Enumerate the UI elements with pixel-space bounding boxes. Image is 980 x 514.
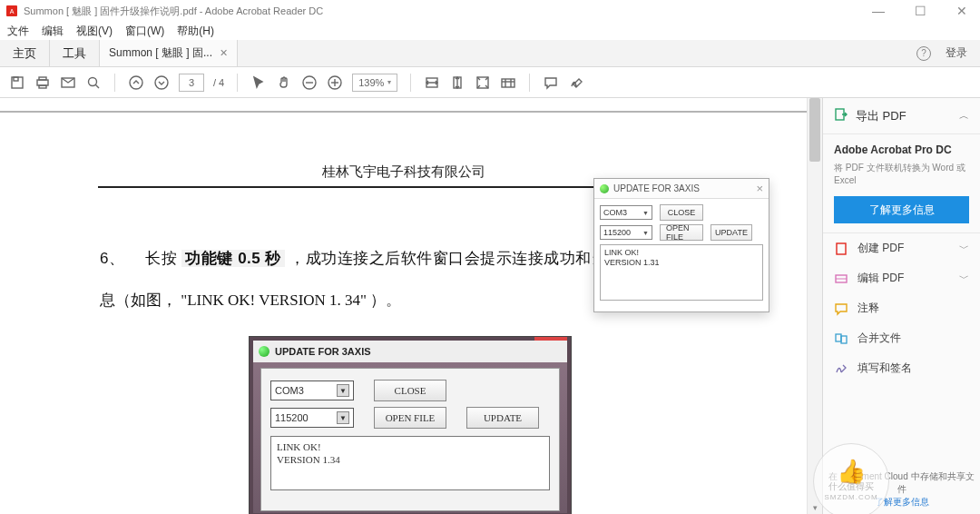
menu-view[interactable]: 视图(V) [76,24,113,39]
menu-window[interactable]: 窗口(W) [125,24,164,39]
menu-file[interactable]: 文件 [7,24,29,39]
fill-sign-item[interactable]: 填写和签名 [823,353,980,383]
minimize-button[interactable]: — [866,4,891,18]
window-title: Summon [ 魅眼 ] 固件升级操作说明.pdf - Adobe Acrob… [24,5,323,18]
pdf-icon: A [5,5,18,17]
svg-rect-28 [836,334,841,341]
pro-title: Adobe Acrobat Pro DC [834,143,969,156]
create-pdf-icon [834,242,848,256]
comment-icon[interactable] [543,74,559,91]
embedded-close-button: CLOSE [374,380,446,401]
tools-panel: 导出 PDF ︿ Adobe Acrobat Pro DC 将 PDF 文件联机… [822,98,980,514]
page-up-icon[interactable] [128,74,144,91]
embedded-com-select: COM3▼ [270,381,354,400]
document-viewport[interactable]: 桂林飞宇电子科技有限公司 6、 长按 功能键 0.5 秒 ，成功连接之后软件窗口… [0,98,807,514]
menu-edit[interactable]: 编辑 [42,24,64,39]
maximize-button[interactable]: ☐ [907,4,933,18]
com-port-select[interactable]: COM3▼ [600,205,652,220]
doc-line-2: 息（如图， "LINK OK! VERSION 1. 34" ）。 [100,290,401,311]
svg-rect-20 [502,79,514,87]
close-button[interactable]: CLOSE [660,204,703,221]
sign-tool-icon [834,361,848,376]
svg-rect-3 [14,77,18,81]
edit-pdf-item[interactable]: 编辑 PDF﹀ [823,263,980,293]
tab-document-label: Summon [ 魅眼 ] 固... [109,45,212,61]
app-icon [259,346,270,357]
window-titlebar: A Summon [ 魅眼 ] 固件升级操作说明.pdf - Adobe Acr… [0,0,980,22]
log-output: LINK OK! VERSION 1.31 [600,244,763,301]
edit-pdf-icon [834,272,848,286]
baud-rate-select[interactable]: 115200▼ [600,225,652,240]
export-pdf-icon [834,107,848,124]
cloud-footer: 在 Document Cloud 中存储和共享文件 了解更多信息 [823,465,980,514]
pro-subtitle: 将 PDF 文件联机转换为 Word 或 Excel [834,162,969,187]
sign-icon[interactable] [568,74,584,91]
svg-rect-6 [39,85,46,88]
login-link[interactable]: 登录 [946,45,967,61]
scroll-down-icon[interactable]: ▾ [808,503,822,512]
open-file-button[interactable]: OPEN FILE [660,224,703,241]
update-button[interactable]: UPDATE [710,224,752,241]
merge-icon [834,331,848,346]
embedded-title: UPDATE FOR 3AXIS [275,346,371,357]
svg-text:A: A [10,8,15,15]
fullscreen-icon[interactable] [475,74,491,91]
help-icon[interactable]: ? [916,46,931,61]
tabs-row: 主页 工具 Summon [ 魅眼 ] 固... ✕ ? 登录 [0,40,980,67]
page-total-label: / 4 [213,77,224,88]
embedded-screenshot: UPDATE FOR 3AXIS COM3▼ CLOSE 115200▼ OPE… [249,336,572,514]
embedded-log: LINK OK! VERSION 1.34 [270,436,550,490]
svg-rect-5 [39,77,46,80]
update-dialog[interactable]: UPDATE FOR 3AXIS × COM3▼ CLOSE 115200▼ O… [593,178,769,312]
search-icon[interactable] [85,74,102,91]
fit-page-icon[interactable] [449,74,466,91]
tab-close-icon[interactable]: ✕ [220,47,228,59]
zoom-out-icon[interactable] [301,74,318,91]
dialog-title: UPDATE FOR 3AXIS [613,183,700,193]
create-pdf-item[interactable]: 创建 PDF﹀ [823,233,980,263]
vertical-scrollbar[interactable]: ▴ ▾ [807,98,822,514]
chevron-up-icon: ︿ [959,109,969,123]
page-number-input[interactable]: 3 [179,74,204,92]
scroll-thumb[interactable] [809,98,820,162]
comment-tool-icon [834,301,848,316]
svg-line-9 [95,84,99,88]
embedded-titlebar: UPDATE FOR 3AXIS [253,341,567,362]
close-window-button[interactable]: ✕ [949,4,975,18]
page-down-icon[interactable] [153,74,170,91]
export-pdf-label: 导出 PDF [856,108,906,124]
menubar: 文件 编辑 视图(V) 窗口(W) 帮助(H) [0,22,980,40]
fit-width-icon[interactable] [424,74,440,91]
export-pdf-header[interactable]: 导出 PDF ︿ [834,107,969,124]
embedded-baud-select: 115200▼ [270,408,354,428]
chevron-down-icon: ﹀ [959,272,969,285]
hand-icon[interactable] [276,74,292,91]
tab-home[interactable]: 主页 [0,40,50,66]
zoom-in-icon[interactable] [327,74,343,91]
comment-item[interactable]: 注释 [823,293,980,323]
embedded-update-button: UPDATE [466,407,539,429]
tab-tools[interactable]: 工具 [50,40,100,66]
pointer-icon[interactable] [250,74,267,91]
save-icon[interactable] [9,74,25,91]
embedded-openfile-button: OPEN FILE [374,407,446,429]
menu-help[interactable]: 帮助(H) [177,24,214,39]
dialog-close-icon[interactable]: × [756,182,763,195]
dialog-header[interactable]: UPDATE FOR 3AXIS × [594,179,769,199]
mail-icon[interactable] [60,74,76,91]
svg-rect-4 [37,80,48,85]
svg-rect-29 [841,336,847,343]
merge-item[interactable]: 合并文件 [823,323,980,353]
dialog-app-icon [600,184,609,193]
print-icon[interactable] [34,74,51,91]
zoom-value: 139% [358,77,384,88]
zoom-select[interactable]: 139% [352,74,397,92]
svg-point-11 [155,76,168,89]
chevron-down-icon: ﹀ [959,242,969,255]
read-mode-icon[interactable] [500,74,516,91]
svg-point-10 [130,76,142,89]
divider [0,111,807,113]
learn-more-button[interactable]: 了解更多信息 [834,196,969,223]
tab-document[interactable]: Summon [ 魅眼 ] 固... ✕ [100,40,238,66]
cloud-learn-more-link[interactable]: 了解更多信息 [828,496,975,509]
